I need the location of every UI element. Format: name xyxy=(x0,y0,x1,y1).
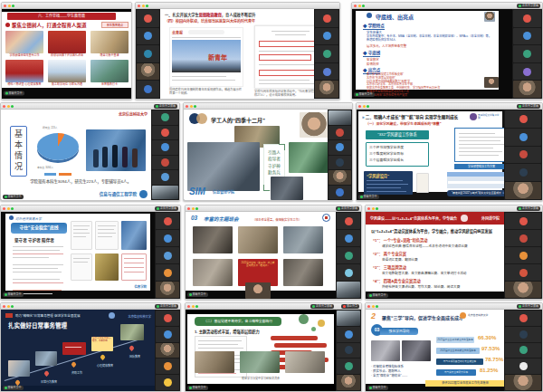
window-foreign-languages-competitions[interactable]: 正在共享屏幕 学风建设——以“1+2+3+4”竞赛体系为平台，学专融合 外国语学… xyxy=(365,205,543,300)
participant-tile[interactable] xyxy=(513,63,541,81)
close-icon[interactable] xyxy=(3,305,5,308)
participant-video[interactable] xyxy=(329,110,351,125)
zoom-icon[interactable] xyxy=(194,105,196,108)
participant-tile[interactable] xyxy=(337,247,360,263)
minimize-icon[interactable] xyxy=(358,5,361,7)
share-indicator[interactable]: 正在共享屏幕 xyxy=(517,206,540,211)
minimize-icon[interactable] xyxy=(372,207,375,210)
window-bottomline-highlights[interactable]: 正在共享屏幕 守底线、出亮点 ◆ 学院特点 学生体量大 学生构成复杂：专升本、M… xyxy=(351,2,543,100)
participant-tile[interactable] xyxy=(505,311,541,326)
participant-tile[interactable] xyxy=(315,28,338,45)
participant-video[interactable] xyxy=(337,311,360,326)
zoom-icon[interactable] xyxy=(367,105,369,108)
close-icon[interactable] xyxy=(138,5,140,7)
traffic-lights[interactable] xyxy=(354,5,365,7)
participant-tile[interactable] xyxy=(505,110,541,128)
participant-video[interactable] xyxy=(329,170,351,185)
participant-tile[interactable] xyxy=(152,126,178,140)
close-icon[interactable] xyxy=(187,305,190,308)
share-indicator[interactable]: 正在共享屏幕 xyxy=(155,304,178,309)
window-four-seasons[interactable]: 学工人的“四季十二月” 引路人 指导者 守护神 勤务兵 SIM 信息管理学院 xyxy=(183,102,353,201)
close-icon[interactable] xyxy=(4,5,6,7)
participant-video[interactable] xyxy=(137,63,159,81)
participant-tile[interactable] xyxy=(505,264,541,281)
share-status-pill[interactable]: 屏幕共享中 xyxy=(4,91,24,96)
traffic-lights[interactable] xyxy=(187,305,198,308)
traffic-lights[interactable] xyxy=(138,5,148,7)
traffic-lights[interactable] xyxy=(3,105,14,108)
participant-tile[interactable] xyxy=(337,359,360,374)
window-employment-results[interactable]: 正在共享屏幕 2 聚焦“三学”导向，促进学生全面成长成才 北京信息科技大学 03… xyxy=(365,302,543,392)
share-status-pill[interactable]: 屏幕共享中 xyxy=(187,386,208,390)
participant-tile[interactable] xyxy=(156,264,179,281)
share-indicator[interactable]: 正在共享屏幕 xyxy=(517,4,540,8)
close-icon[interactable] xyxy=(187,207,190,210)
close-icon[interactable] xyxy=(367,305,370,308)
participant-tile[interactable] xyxy=(505,164,541,181)
minimize-icon[interactable] xyxy=(363,105,366,108)
traffic-lights[interactable] xyxy=(4,5,14,7)
traffic-lights[interactable] xyxy=(367,305,378,308)
minimize-icon[interactable] xyxy=(372,305,375,308)
window-safety-bottomline[interactable]: 正在共享屏幕 对外经济贸易大学 守住“安全稳定”底线 坚守者 守护者 陪伴者 xyxy=(0,205,181,300)
participant-tile[interactable] xyxy=(315,10,338,27)
participant-tile[interactable] xyxy=(505,129,541,146)
participant-video[interactable] xyxy=(337,282,360,298)
minimize-icon[interactable] xyxy=(7,305,10,308)
participant-tile[interactable] xyxy=(152,156,178,170)
participant-tile[interactable] xyxy=(513,10,541,27)
participant-tile[interactable] xyxy=(137,81,159,98)
participant-tile[interactable] xyxy=(315,63,338,81)
close-icon[interactable] xyxy=(186,105,188,108)
traffic-lights[interactable] xyxy=(3,305,14,308)
presenter-video-overlay[interactable] xyxy=(245,282,271,299)
participant-tile[interactable] xyxy=(152,110,178,125)
share-status-pill[interactable]: 屏幕共享中 xyxy=(3,195,24,199)
participant-video[interactable] xyxy=(337,375,360,390)
presenter-video-overlay[interactable] xyxy=(484,77,499,88)
participant-tile[interactable] xyxy=(137,10,159,27)
participant-tile[interactable] xyxy=(156,311,179,326)
participant-tile[interactable] xyxy=(156,359,179,374)
participant-tile[interactable] xyxy=(329,156,351,170)
share-indicator[interactable]: 正在共享屏幕 xyxy=(336,206,359,211)
minimize-icon[interactable] xyxy=(7,207,10,210)
participant-tile[interactable] xyxy=(505,230,541,246)
close-icon[interactable] xyxy=(354,5,357,7)
participant-tile[interactable] xyxy=(315,45,338,62)
participant-tile[interactable] xyxy=(137,45,159,62)
share-indicator[interactable]: 正在共享屏幕 xyxy=(517,304,540,309)
share-status-pill[interactable]: 屏幕共享中 xyxy=(187,292,208,297)
search-input[interactable] xyxy=(188,30,224,34)
zoom-icon[interactable] xyxy=(376,207,378,210)
traffic-lights[interactable] xyxy=(187,207,198,210)
close-icon[interactable] xyxy=(3,207,5,210)
traffic-lights[interactable] xyxy=(3,207,14,210)
minimize-icon[interactable] xyxy=(192,207,195,210)
zoom-icon[interactable] xyxy=(11,207,14,210)
participant-tile[interactable] xyxy=(337,213,360,229)
traffic-lights[interactable] xyxy=(358,105,369,108)
window-party-building[interactable]: 正在共享屏幕停止共享 （二）基层党建不断夯实，奋斗精神全面践行 1. 主题活动形… xyxy=(185,302,362,392)
zoom-icon[interactable] xyxy=(12,5,14,7)
participant-video[interactable] xyxy=(315,81,338,98)
participant-tile[interactable] xyxy=(156,247,179,263)
window-basic-overview[interactable]: 正在共享屏幕 北京信息科技大学 基本情况 研究生 223人 本科生 3094人 … xyxy=(0,102,180,201)
participant-tile[interactable] xyxy=(156,213,179,229)
minimize-icon[interactable] xyxy=(190,105,193,108)
window-study-style-system[interactable]: 正在共享屏幕 » 二、明确人才成长“领”“航”导向 实现学生顺利成长 （一）深化… xyxy=(356,102,543,201)
window-education-slide[interactable]: 六、工作举措——学生教育篇 聚焦立德树人，打通全程育人渠道 新生教育亮点 学校融… xyxy=(1,2,132,100)
participant-tile[interactable] xyxy=(152,170,178,185)
participant-tile[interactable] xyxy=(337,264,360,281)
participant-tile[interactable] xyxy=(505,213,541,229)
share-status-pill[interactable]: 屏幕共享中 xyxy=(358,195,379,199)
participant-tile[interactable] xyxy=(513,45,541,62)
share-indicator[interactable]: 正在共享屏幕 xyxy=(517,104,540,109)
traffic-lights[interactable] xyxy=(367,207,378,210)
zoom-icon[interactable] xyxy=(11,105,14,108)
share-indicator[interactable]: 正在共享屏幕 xyxy=(154,104,177,109)
zoom-icon[interactable] xyxy=(195,305,198,308)
minimize-icon[interactable] xyxy=(7,105,10,108)
share-status-pill[interactable]: 屏幕共享中 xyxy=(354,92,375,97)
share-indicator[interactable]: 正在共享屏幕 xyxy=(155,206,178,211)
